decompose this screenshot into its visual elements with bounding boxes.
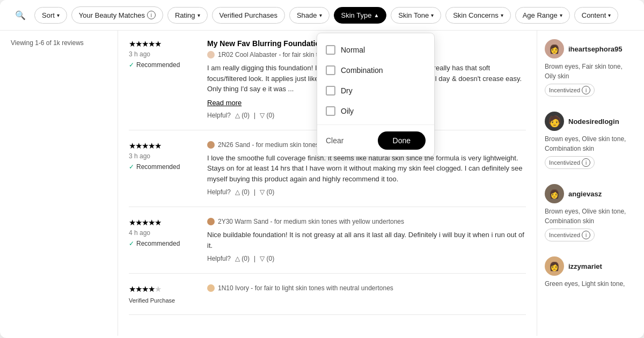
skin-tone-chevron-icon: ▾	[431, 12, 434, 18]
reviewer-card-3: 👩 angievasz Brown eyes, Olive skin tone,…	[545, 184, 636, 241]
verified-button[interactable]: Verified Purchases	[212, 7, 285, 24]
recommended-3: ✓ Recommended	[129, 240, 199, 247]
sort-label: Sort	[42, 11, 55, 19]
helpful-label-1: Helpful?	[207, 112, 231, 119]
shade-dot-1	[207, 51, 215, 58]
reviewer-card-1: 👩 iheartsephora95 Brown eyes, Fair skin …	[545, 39, 636, 97]
verified-badge-4: Verified Purchase	[129, 297, 199, 304]
done-button[interactable]: Done	[378, 131, 426, 150]
avatar-1: 👩	[545, 39, 564, 58]
helpful-row-3: Helpful? △ (0) | ▽ (0)	[207, 255, 526, 262]
recommended-2: ✓ Recommended	[129, 163, 199, 171]
review-meta-2: ★★★★★ 3 h ago ✓ Recommended	[129, 141, 199, 196]
recommended-label-3: Recommended	[136, 240, 180, 247]
skin-tone-button[interactable]: Skin Tone ▾	[391, 7, 441, 24]
incentivized-info-icon-3[interactable]: i	[582, 231, 590, 239]
beauty-matches-info-icon[interactable]: i	[147, 11, 156, 19]
avatar-4: 👩	[545, 256, 564, 276]
reviewer-card-2: 🧑 Nodesiredlogin Brown eyes, Olive skin …	[545, 112, 636, 169]
reviewer-top-3: 👩 angievasz	[545, 184, 602, 203]
reviewer-top-2: 🧑 Nodesiredlogin	[545, 112, 619, 131]
clear-button[interactable]: Clear	[326, 136, 343, 145]
helpful-up-2[interactable]: △ (0)	[235, 188, 250, 196]
skin-concerns-chevron-icon: ▾	[501, 12, 503, 18]
checkbox-dry[interactable]	[326, 86, 335, 95]
beauty-matches-button[interactable]: Your Beauty Matches i	[71, 6, 163, 24]
review-time-2: 3 h ago	[129, 152, 199, 160]
helpful-down-3[interactable]: ▽ (0)	[260, 255, 274, 262]
incentivized-label-1: Incentivized	[549, 87, 580, 93]
skin-type-label: Skin Type	[341, 11, 372, 19]
reviewer-card-4: 👩 izzymariet Green eyes, Light skin tone…	[545, 256, 636, 289]
check-icon-3: ✓	[129, 240, 134, 247]
filter-option-combination[interactable]: Combination	[317, 60, 434, 80]
reviewer-name-1: iheartsephora95	[568, 45, 622, 53]
reviewer-info-4: Green eyes, Light skin tone,	[545, 279, 625, 289]
helpful-up-3[interactable]: △ (0)	[235, 255, 250, 262]
shade-button[interactable]: Shade ▾	[289, 7, 330, 24]
sort-button[interactable]: Sort ▾	[34, 7, 67, 24]
age-range-chevron-icon: ▾	[560, 12, 562, 18]
review-text-2: I love the smoothe full coverage finish.…	[207, 153, 526, 185]
filter-label-normal: Normal	[341, 46, 365, 54]
toolbar: 🔍 Sort ▾ Your Beauty Matches i Rating ▾ …	[0, 0, 644, 31]
incentivized-info-icon-2[interactable]: i	[582, 158, 590, 167]
review-meta-4: ★★★★★ Verified Purchase	[129, 284, 199, 304]
recommended-1: ✓ Recommended	[129, 61, 199, 69]
filter-label-combination: Combination	[341, 66, 383, 75]
skin-concerns-button[interactable]: Skin Concerns ▾	[445, 7, 511, 24]
review-stars-1: ★★★★★	[129, 39, 199, 49]
shade-dot-3	[207, 218, 215, 225]
content-button[interactable]: Content ▾	[574, 7, 619, 24]
beauty-matches-label: Your Beauty Matches	[79, 11, 145, 19]
reviewer-panel: 👩 iheartsephora95 Brown eyes, Fair skin …	[537, 31, 644, 336]
skin-type-chevron-icon: ▲	[374, 12, 379, 18]
shade-chevron-icon: ▾	[319, 12, 322, 18]
reviewer-info-1: Brown eyes, Fair skin tone,Oily skin	[545, 62, 623, 81]
incentivized-info-icon-1[interactable]: i	[582, 86, 590, 94]
filter-option-oily[interactable]: Oily	[317, 101, 434, 121]
rating-button[interactable]: Rating ▾	[167, 7, 208, 24]
reviewer-info-2: Brown eyes, Olive skin tone,Combination …	[545, 134, 626, 153]
dropdown-footer: Clear Done	[317, 124, 434, 156]
age-range-button[interactable]: Age Range ▾	[515, 7, 570, 24]
checkbox-oily[interactable]	[326, 106, 335, 116]
filter-option-normal[interactable]: Normal	[317, 40, 434, 60]
check-icon-1: ✓	[129, 61, 134, 69]
review-meta-3: ★★★★★ 4 h ago ✓ Recommended	[129, 218, 199, 262]
avatar-3: 👩	[545, 184, 564, 203]
review-stars-2: ★★★★★	[129, 141, 199, 151]
reviewer-name-4: izzymariet	[568, 262, 602, 270]
filter-option-dry[interactable]: Dry	[317, 80, 434, 101]
helpful-down-1[interactable]: ▽ (0)	[260, 112, 274, 119]
review-meta-1: ★★★★★ 3 h ago ✓ Recommended	[129, 39, 199, 119]
recommended-label-2: Recommended	[136, 163, 180, 171]
reviewer-name-3: angievasz	[568, 190, 602, 198]
search-button[interactable]: 🔍	[11, 8, 30, 23]
checkbox-combination[interactable]	[326, 65, 335, 75]
review-body-4: 1N10 Ivory - for fair to light skin tone…	[207, 284, 526, 304]
check-icon-2: ✓	[129, 163, 134, 171]
helpful-down-2[interactable]: ▽ (0)	[260, 188, 274, 196]
content-chevron-icon: ▾	[608, 12, 611, 18]
shade-tag-3: 2Y30 Warm Sand - for medium skin tones w…	[207, 218, 526, 225]
shade-dot-2	[207, 141, 215, 149]
helpful-label-3: Helpful?	[207, 255, 231, 262]
read-more-1[interactable]: Read more	[207, 99, 241, 107]
shade-label: Shade	[297, 11, 317, 19]
incentivized-badge-1: Incentivized i	[545, 84, 595, 97]
review-time-1: 3 h ago	[129, 50, 199, 58]
helpful-up-1[interactable]: △ (0)	[235, 112, 250, 119]
helpful-row-2: Helpful? △ (0) | ▽ (0)	[207, 188, 526, 196]
content-label: Content	[582, 11, 606, 19]
review-body-3: 2Y30 Warm Sand - for medium skin tones w…	[207, 218, 526, 262]
skin-type-button[interactable]: Skin Type ▲	[334, 7, 387, 24]
checkbox-normal[interactable]	[326, 45, 335, 55]
skin-concerns-label: Skin Concerns	[453, 11, 499, 19]
skin-tone-label: Skin Tone	[398, 11, 429, 19]
sort-chevron-icon: ▾	[57, 12, 60, 18]
reviewer-info-3: Brown eyes, Olive skin tone,Combination …	[545, 207, 626, 226]
shade-tag-4: 1N10 Ivory - for fair to light skin tone…	[207, 284, 526, 292]
helpful-sep-1: |	[254, 112, 255, 119]
avatar-2: 🧑	[545, 112, 564, 131]
